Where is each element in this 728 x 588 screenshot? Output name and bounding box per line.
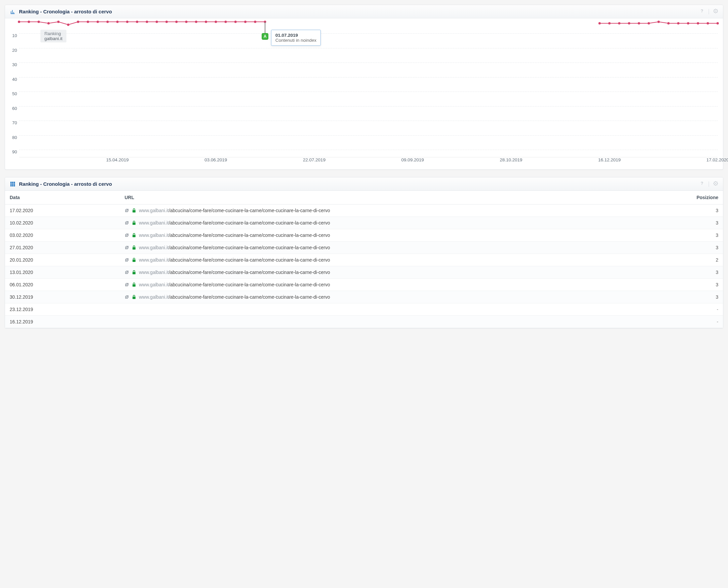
external-link-icon[interactable] xyxy=(125,282,129,287)
external-link-icon[interactable] xyxy=(125,257,129,262)
data-point[interactable] xyxy=(608,22,611,24)
table-row[interactable]: 17.02.2020www.galbani.it/abcucina/come-f… xyxy=(5,205,723,217)
help-icon[interactable]: ? xyxy=(699,8,705,15)
chart-panel: Ranking - Cronologia - arrosto di cervo … xyxy=(5,5,723,170)
url-text[interactable]: www.galbani.it/abcucina/come-fare/come-c… xyxy=(139,270,330,275)
y-tick-label: 60 xyxy=(7,106,17,110)
external-link-icon[interactable] xyxy=(125,220,129,225)
data-point[interactable] xyxy=(67,24,69,26)
tooltip-date: 01.07.2019 xyxy=(275,33,316,38)
table-row[interactable]: 10.02.2020www.galbani.it/abcucina/come-f… xyxy=(5,217,723,229)
svg-point-2 xyxy=(715,10,716,12)
data-point[interactable] xyxy=(618,22,620,24)
data-point[interactable] xyxy=(87,21,89,23)
cell-position: 3 xyxy=(651,279,723,291)
cell-position: 3 xyxy=(651,291,723,303)
data-point[interactable] xyxy=(156,21,158,23)
table-row[interactable]: 03.02.2020www.galbani.it/abcucina/come-f… xyxy=(5,229,723,241)
cell-position: 3 xyxy=(651,241,723,254)
col-position[interactable]: Posizione xyxy=(651,191,723,205)
data-point[interactable] xyxy=(697,22,699,24)
data-point[interactable] xyxy=(628,22,630,24)
table-title: Ranking - Cronologia - arrosto di cervo xyxy=(19,181,699,187)
data-point[interactable] xyxy=(28,21,30,23)
data-point[interactable] xyxy=(647,22,650,24)
gear-icon[interactable] xyxy=(713,8,718,15)
data-point[interactable] xyxy=(195,21,197,23)
data-point[interactable] xyxy=(126,21,129,23)
x-tick-label: 17.02.2020 xyxy=(706,158,728,162)
data-point[interactable] xyxy=(18,21,20,23)
url-text[interactable]: www.galbani.it/abcucina/come-fare/come-c… xyxy=(139,220,330,226)
data-point[interactable] xyxy=(136,21,138,23)
x-axis-labels: 15.04.201903.06.201922.07.201909.09.2019… xyxy=(8,158,720,165)
gridline xyxy=(19,91,718,92)
annotation-marker[interactable]: A xyxy=(262,33,268,40)
data-point[interactable] xyxy=(77,21,79,23)
data-point[interactable] xyxy=(175,21,178,23)
data-point[interactable] xyxy=(658,21,660,23)
data-point[interactable] xyxy=(707,22,709,24)
col-url[interactable]: URL xyxy=(120,191,651,205)
external-link-icon[interactable] xyxy=(125,245,129,250)
svg-rect-11 xyxy=(10,182,12,183)
data-point[interactable] xyxy=(638,22,640,24)
external-link-icon[interactable] xyxy=(125,208,129,213)
data-point[interactable] xyxy=(254,21,256,23)
table-row[interactable]: 06.01.2020www.galbani.it/abcucina/come-f… xyxy=(5,279,723,291)
svg-line-29 xyxy=(714,185,714,185)
data-point[interactable] xyxy=(37,21,40,23)
table-row[interactable]: 30.12.2019www.galbani.it/abcucina/come-f… xyxy=(5,291,723,303)
data-point[interactable] xyxy=(185,21,187,23)
table-row[interactable]: 13.01.2020www.galbani.it/abcucina/come-f… xyxy=(5,266,723,279)
svg-line-9 xyxy=(714,12,714,13)
data-point[interactable] xyxy=(146,21,148,23)
table-row[interactable]: 27.01.2020www.galbani.it/abcucina/come-f… xyxy=(5,241,723,254)
url-text[interactable]: www.galbani.it/abcucina/come-fare/come-c… xyxy=(139,257,330,262)
data-point[interactable] xyxy=(96,21,99,23)
svg-point-22 xyxy=(715,183,716,184)
data-point[interactable] xyxy=(234,21,237,23)
url-text[interactable]: www.galbani.it/abcucina/come-fare/come-c… xyxy=(139,233,330,238)
gear-icon[interactable] xyxy=(713,181,718,187)
svg-rect-35 xyxy=(133,259,135,262)
data-point[interactable] xyxy=(687,22,689,24)
y-tick-label: 50 xyxy=(7,91,17,96)
help-icon[interactable]: ? xyxy=(699,181,705,187)
col-date[interactable]: Data xyxy=(5,191,120,205)
chart-area: 102030405060708090 Ranking galbani.it A0… xyxy=(5,18,723,169)
svg-rect-33 xyxy=(133,235,135,237)
data-point[interactable] xyxy=(716,22,719,24)
x-tick-label: 09.09.2019 xyxy=(401,158,424,162)
data-point[interactable] xyxy=(47,22,50,24)
chart-plot[interactable]: Ranking galbani.it A01.07.2019Contenuti … xyxy=(19,20,718,158)
table-row[interactable]: 23.12.2019- xyxy=(5,303,723,316)
y-tick-label: 90 xyxy=(7,149,17,154)
svg-text:?: ? xyxy=(701,181,703,186)
cell-url: www.galbani.it/abcucina/come-fare/come-c… xyxy=(120,241,651,254)
data-point[interactable] xyxy=(215,21,217,23)
svg-rect-19 xyxy=(14,185,15,186)
data-point[interactable] xyxy=(677,22,680,24)
data-point[interactable] xyxy=(225,21,227,23)
external-link-icon[interactable] xyxy=(125,270,129,275)
external-link-icon[interactable] xyxy=(125,295,129,299)
url-text[interactable]: www.galbani.it/abcucina/come-fare/come-c… xyxy=(139,208,330,213)
data-point[interactable] xyxy=(57,21,60,23)
data-point[interactable] xyxy=(244,21,247,23)
external-link-icon[interactable] xyxy=(125,233,129,237)
data-point[interactable] xyxy=(107,21,109,23)
data-point[interactable] xyxy=(166,21,168,23)
lock-icon xyxy=(132,208,136,213)
data-point[interactable] xyxy=(667,22,669,24)
data-point[interactable] xyxy=(205,21,207,23)
data-point[interactable] xyxy=(116,21,118,23)
data-point[interactable] xyxy=(598,22,601,24)
svg-rect-15 xyxy=(12,184,13,185)
table-row[interactable]: 20.01.2020www.galbani.it/abcucina/come-f… xyxy=(5,254,723,266)
url-text[interactable]: www.galbani.it/abcucina/come-fare/come-c… xyxy=(139,245,330,250)
url-text[interactable]: www.galbani.it/abcucina/come-fare/come-c… xyxy=(139,282,330,287)
series-line xyxy=(19,22,265,25)
url-text[interactable]: www.galbani.it/abcucina/come-fare/come-c… xyxy=(139,294,330,300)
table-row[interactable]: 16.12.2019- xyxy=(5,316,723,328)
